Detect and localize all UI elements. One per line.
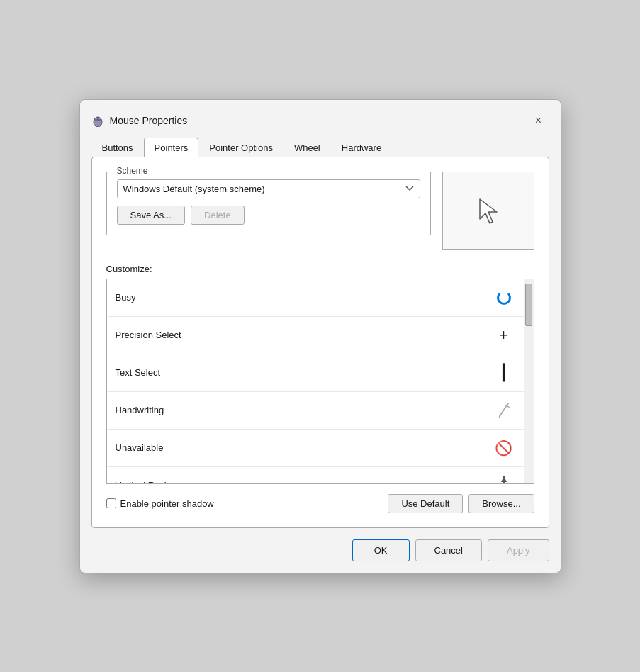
- tab-pointer-options[interactable]: Pointer Options: [198, 138, 283, 157]
- dialog-footer: OK Cancel Apply: [80, 528, 561, 573]
- list-item[interactable]: Text Select ┃: [107, 354, 524, 392]
- busy-cursor-icon: [493, 286, 515, 309]
- browse-button[interactable]: Browse...: [468, 494, 534, 513]
- pointer-shadow-text: Enable pointer shadow: [120, 498, 214, 509]
- scheme-groupbox: Scheme Windows Default (system scheme) S…: [106, 172, 431, 235]
- customize-list: Busy Precision Select + Text Select: [106, 279, 524, 484]
- tab-wheel[interactable]: Wheel: [283, 138, 331, 157]
- preview-cursor-icon: [476, 196, 501, 225]
- scheme-label: Scheme: [114, 166, 151, 176]
- precision-cursor-icon: +: [493, 324, 515, 347]
- customize-list-container: Busy Precision Select + Text Select: [106, 279, 534, 484]
- list-item-label: Precision Select: [116, 330, 181, 340]
- list-item[interactable]: Vertical Resize: [107, 467, 524, 484]
- unavailable-cursor-icon: 🚫: [493, 437, 515, 459]
- tab-buttons[interactable]: Buttons: [91, 138, 144, 157]
- list-item[interactable]: Precision Select +: [107, 317, 524, 354]
- svg-marker-3: [480, 199, 497, 223]
- mouse-icon: [91, 114, 104, 127]
- apply-button[interactable]: Apply: [488, 539, 549, 561]
- ok-button[interactable]: OK: [352, 539, 410, 561]
- scheme-left: Scheme Windows Default (system scheme) S…: [106, 172, 431, 247]
- tab-pointers[interactable]: Pointers: [144, 138, 199, 157]
- svg-marker-8: [501, 476, 507, 482]
- list-item[interactable]: Handwriting: [107, 392, 524, 430]
- list-item-label: Busy: [116, 292, 136, 303]
- tabs-bar: Buttons Pointers Pointer Options Wheel H…: [80, 131, 561, 157]
- scrollbar-thumb: [525, 284, 532, 326]
- cancel-button[interactable]: Cancel: [415, 539, 482, 561]
- text-cursor-icon: ┃: [493, 362, 515, 384]
- tab-hardware[interactable]: Hardware: [331, 138, 392, 157]
- customize-label: Customize:: [106, 264, 534, 274]
- svg-line-6: [499, 416, 500, 418]
- title-bar-left: Mouse Properties: [91, 114, 188, 127]
- list-item-label: Handwriting: [116, 405, 164, 415]
- scheme-section: Scheme Windows Default (system scheme) S…: [106, 172, 534, 250]
- title-bar: Mouse Properties ×: [80, 100, 561, 131]
- list-item-label: Unavailable: [116, 442, 164, 453]
- scheme-buttons: Save As... Delete: [117, 206, 420, 225]
- scheme-preview: [442, 172, 534, 250]
- list-item[interactable]: Unavailable 🚫: [107, 430, 524, 467]
- handwriting-cursor-icon: [493, 399, 515, 422]
- list-item[interactable]: Busy: [107, 279, 524, 317]
- mouse-properties-dialog: Mouse Properties × Buttons Pointers Poin…: [79, 99, 561, 573]
- list-item-label: Vertical Resize: [116, 480, 176, 484]
- use-default-button[interactable]: Use Default: [388, 494, 463, 513]
- dialog-title: Mouse Properties: [110, 115, 188, 126]
- list-scrollbar[interactable]: [524, 279, 534, 484]
- pointer-shadow-label[interactable]: Enable pointer shadow: [106, 498, 214, 509]
- list-item-label: Text Select: [116, 367, 161, 378]
- bottom-action-buttons: Use Default Browse...: [388, 494, 534, 513]
- scheme-dropdown[interactable]: Windows Default (system scheme): [117, 179, 420, 198]
- delete-button[interactable]: Delete: [191, 206, 245, 225]
- bottom-options: Enable pointer shadow Use Default Browse…: [106, 494, 534, 513]
- close-button[interactable]: ×: [528, 110, 549, 131]
- save-as-button[interactable]: Save As...: [117, 206, 186, 225]
- pointer-shadow-checkbox[interactable]: [106, 498, 116, 508]
- vresize-cursor-icon: [493, 474, 515, 484]
- content-area: Scheme Windows Default (system scheme) S…: [91, 157, 549, 528]
